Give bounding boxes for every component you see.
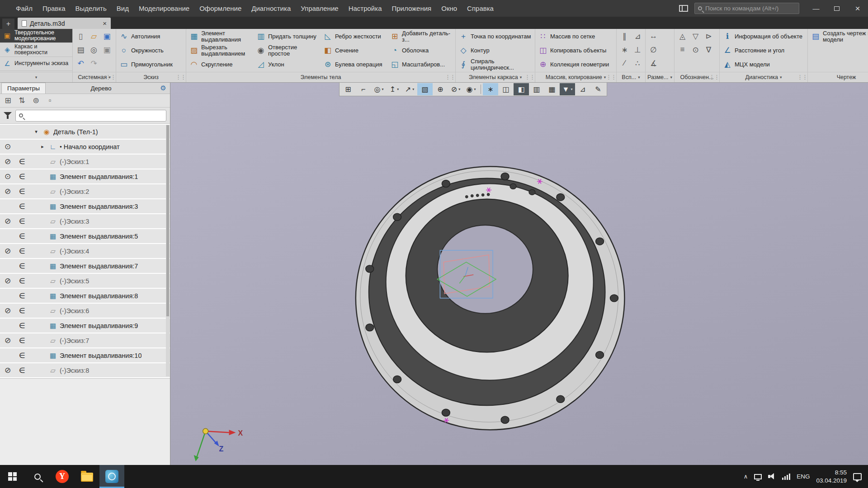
menu-item[interactable]: Выделить (71, 0, 112, 17)
language-indicator[interactable]: ENG (797, 473, 810, 480)
ribbon-icon-button[interactable]: ⊞ (2, 95, 14, 107)
viewport-3d[interactable]: X Z ⊞⌐◎▾↥▾↗▾▧⊕⊘▾◉▾∗◫◧▥▦▼▾⊿✎ (170, 83, 868, 465)
ribbon-icon-button[interactable]: ⊙ (689, 43, 702, 56)
ribbon-icon-button[interactable]: ◎ (87, 43, 100, 56)
ribbon-button[interactable]: ◿Уклон (255, 57, 321, 71)
ribbon-button[interactable]: ◱Масштабиров... (388, 57, 455, 71)
minimize-button[interactable]: — (806, 0, 826, 17)
orientation-button[interactable]: ↗▾ (402, 83, 417, 95)
mode-sketch-tools[interactable]: ∠Инструменты эскиза (0, 57, 72, 71)
new-tab-button[interactable]: + (2, 19, 14, 29)
tree-item[interactable]: ⊘∈▱(-)Эскиз:3 (0, 214, 170, 229)
sketch-pen-button[interactable]: ✎ (590, 83, 606, 95)
zoom-button[interactable]: ◎▾ (371, 83, 387, 95)
group-grip[interactable]: ⋮⋮ (175, 74, 185, 80)
ribbon-icon-button[interactable]: ▽ (689, 29, 702, 43)
ribbon-icon-button[interactable]: ∡ (647, 56, 660, 70)
tree-item[interactable]: ∈▦Элемент выдавливания:9 (0, 319, 170, 333)
visibility-off-icon[interactable]: ⊘ (0, 276, 15, 286)
group-grip[interactable]: ⋮⋮ (797, 74, 807, 80)
ribbon-icon-button[interactable]: ▯ (74, 29, 87, 43)
ribbon-icon-button[interactable]: ↶ (74, 56, 87, 70)
taskbar-clock[interactable]: 8:55 03.04.2019 (816, 469, 847, 484)
network-icon[interactable] (754, 474, 762, 479)
ribbon-icon-button[interactable]: ∇ (702, 43, 715, 56)
menu-item[interactable]: Вид (112, 0, 134, 17)
close-button[interactable]: × (847, 0, 868, 17)
tree-item[interactable]: ⊙∈▦Элемент выдавливания:1 (0, 169, 170, 184)
ribbon-button[interactable]: ◧Сечение (321, 43, 388, 57)
ribbon-icon-button[interactable]: ∗ (618, 43, 631, 56)
visibility-off-icon[interactable]: ⊘ (0, 187, 15, 196)
ribbon-icon-button[interactable]: ▤ (74, 43, 87, 56)
clip-section-button[interactable]: ◧ (514, 83, 529, 95)
ribbon-button[interactable]: ◠Скругление (188, 57, 255, 71)
visibility-off-icon[interactable]: ⊘ (0, 216, 15, 226)
kompas3d-app-button[interactable] (99, 465, 124, 488)
ribbon-button[interactable]: ◫Копировать объекты (537, 43, 615, 57)
tree-item[interactable]: ⊘∈▱(-)Эскиз:7 (0, 333, 170, 348)
group-grip[interactable]: ⋮⋮ (606, 74, 616, 80)
ribbon-icon-button[interactable]: ≡ (676, 43, 689, 56)
ribbon-button[interactable]: ∮Спираль цилиндрическ... (457, 57, 533, 71)
tree-item[interactable]: ⊘∈▱(-)Эскиз:8 (0, 363, 170, 378)
local-cs-button[interactable]: ⌐ (356, 83, 371, 95)
ribbon-icon-button[interactable]: ⊿ (631, 29, 644, 43)
visibility-off-icon[interactable]: ⊘ (0, 336, 15, 345)
chevron-down-icon[interactable]: ▾ (35, 75, 38, 80)
ribbon-icon-button[interactable]: ∥ (618, 29, 631, 43)
tab-parameters[interactable]: Параметры (1, 83, 46, 94)
visibility-on-icon[interactable]: ⊙ (0, 172, 15, 181)
ribbon-button[interactable]: ⊞Добавить деталь-з... (388, 29, 455, 43)
mode-wireframe-surfaces[interactable]: ◈Каркас и поверхности (0, 43, 72, 57)
ribbon-icon-button[interactable]: ∅ (647, 43, 660, 56)
ribbon-icon-button[interactable]: ▣ (100, 29, 113, 43)
tree-item[interactable]: ∈▦Элемент выдавливания:5 (0, 229, 170, 244)
ribbon-icon-button[interactable]: ↷ (87, 56, 100, 70)
ribbon-icon-button[interactable]: ▫ (44, 95, 56, 107)
volume-icon[interactable] (768, 473, 776, 480)
ribbon-button[interactable]: ▤Создать чертеж по модели (809, 29, 868, 43)
ribbon-button[interactable]: ▭Прямоугольник (118, 57, 184, 71)
snap-grid-button[interactable]: ⊞ (340, 83, 356, 95)
annotation-button[interactable]: ⊿ (575, 83, 590, 95)
measure-button[interactable]: ▦ (544, 83, 560, 95)
expander-icon[interactable]: ▸ (39, 144, 46, 150)
menu-item[interactable]: Справка (462, 0, 499, 17)
tree-item[interactable]: ⊘∈▱(-)Эскиз:2 (0, 184, 170, 199)
ribbon-button[interactable]: ▦Элемент выдавливания (188, 29, 255, 43)
ribbon-button[interactable]: +Точка по координатам (457, 29, 533, 43)
ribbon-button[interactable]: ▥Придать толщину (255, 29, 321, 43)
tree-search-box[interactable] (15, 110, 166, 122)
visibility-off-icon[interactable]: ⊘ (0, 366, 15, 375)
show-all-button[interactable]: ↥▾ (387, 83, 402, 95)
tree-filter-input[interactable] (26, 112, 163, 119)
group-grip[interactable]: ⋮⋮ (105, 74, 115, 80)
visibility-off-icon[interactable]: ⊘ (0, 306, 15, 315)
tab-detail-m3d[interactable]: Деталь.m3d × (18, 18, 111, 29)
tree-item[interactable]: ∈▦Элемент выдавливания:8 (0, 289, 170, 304)
snap-button[interactable]: ∗ (483, 83, 498, 95)
ribbon-button[interactable]: ○Окружность (118, 43, 184, 57)
command-search-box[interactable] (694, 3, 799, 14)
tree-item[interactable]: ∈▦Элемент выдавливания:7 (0, 259, 170, 274)
taskbar-search-button[interactable] (25, 465, 50, 488)
ribbon-button[interactable]: ◇Контур (457, 43, 533, 57)
menu-item[interactable]: Управление (296, 0, 343, 17)
ribbon-icon-button[interactable]: ▣ (100, 43, 113, 56)
chevron-down-icon[interactable]: ▾ (520, 75, 522, 80)
menu-item[interactable]: Оформление (194, 0, 246, 17)
menu-item[interactable]: Приложения (387, 0, 436, 17)
ribbon-button[interactable]: ⊛Булева операция (321, 57, 388, 71)
tree-item[interactable]: ⊘∈▱(-)Эскиз:4 (0, 244, 170, 259)
chevron-down-icon[interactable]: ▾ (780, 75, 782, 80)
display-mode-button[interactable]: ▧ (417, 83, 433, 95)
image-quality-button[interactable]: ◉▾ (463, 83, 479, 95)
tree-item[interactable]: ∈▦Элемент выдавливания:10 (0, 348, 170, 363)
perspective-button[interactable]: ⊕ (433, 83, 448, 95)
maximize-button[interactable] (826, 0, 847, 17)
mode-solid-modeling[interactable]: ▣Твердотельное моделирование (0, 29, 72, 43)
ribbon-button[interactable]: ∷Массив по сетке (537, 29, 615, 43)
ribbon-icon-button[interactable]: ◬ (676, 29, 689, 43)
ribbon-icon-button[interactable]: ⇅ (16, 95, 28, 107)
